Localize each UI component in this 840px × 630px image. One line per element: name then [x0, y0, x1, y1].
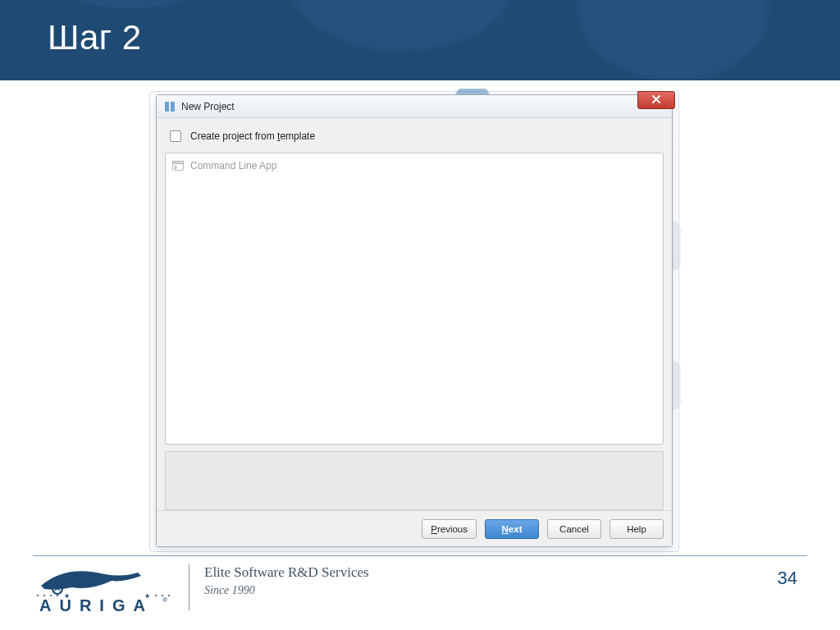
close-button[interactable]	[637, 91, 675, 109]
footer-rule	[33, 555, 807, 556]
next-button[interactable]: Next	[485, 519, 539, 539]
brand-wordmark: AURIGA	[39, 596, 153, 614]
list-item-label: Command Line App	[190, 160, 276, 171]
svg-rect-0	[165, 102, 169, 112]
list-item[interactable]: Command Line App	[172, 158, 656, 173]
template-list[interactable]: Command Line App	[165, 153, 664, 445]
svg-point-12	[168, 595, 170, 596]
terminal-icon	[172, 161, 184, 171]
app-icon	[163, 100, 176, 113]
svg-rect-3	[173, 162, 184, 164]
create-from-template-row[interactable]: Create project from template	[165, 125, 664, 153]
svg-text:®: ®	[162, 596, 167, 604]
svg-rect-1	[171, 102, 175, 112]
footer-tagline: Elite Software R&D Services Since 1990	[204, 564, 369, 597]
tagline-line2: Since 1990	[204, 584, 369, 597]
footer-separator	[189, 564, 189, 610]
create-from-template-checkbox[interactable]	[170, 130, 181, 142]
previous-button[interactable]: Previous	[422, 519, 477, 539]
new-project-dialog: New Project Create project from template…	[156, 94, 673, 547]
dialog-titlebar[interactable]: New Project	[157, 95, 672, 118]
dialog-button-bar: Previous Next Cancel Help	[157, 510, 672, 546]
slide-footer: ★ ★ AURIGA ® Elite Software R&D Services…	[33, 564, 807, 619]
close-icon	[651, 93, 661, 107]
cancel-button[interactable]: Cancel	[547, 519, 601, 539]
dialog-body: Create project from template Command Lin…	[157, 118, 672, 510]
create-from-template-label: Create project from template	[190, 130, 315, 142]
help-button[interactable]: Help	[609, 519, 664, 539]
slide-title: Шаг 2	[48, 18, 142, 57]
dialog-title: New Project	[181, 101, 235, 112]
svg-point-10	[155, 595, 157, 596]
svg-point-5	[37, 595, 39, 596]
template-description	[165, 451, 664, 510]
tagline-line1: Elite Software R&D Services	[204, 564, 369, 581]
slide-header: Шаг 2	[0, 0, 840, 80]
brand-logo: ★ ★ AURIGA ®	[33, 564, 189, 617]
page-number: 34	[778, 564, 807, 589]
